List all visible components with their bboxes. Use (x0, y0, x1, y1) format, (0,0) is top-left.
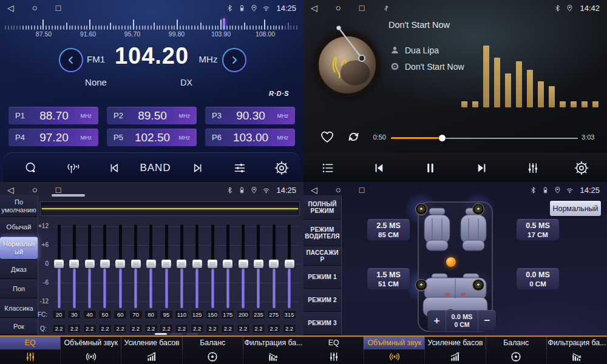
preset-button-p6[interactable]: P6103.00MHz (205, 129, 295, 146)
increase-button[interactable]: + (428, 311, 446, 331)
filter-icon[interactable] (546, 349, 607, 364)
band-slider-200hz[interactable] (237, 223, 249, 309)
nav-back-icon[interactable]: ◁ (311, 182, 317, 198)
nav-back-icon[interactable]: ◁ (7, 182, 14, 198)
band-slider-95hz[interactable] (160, 223, 172, 309)
band-button[interactable]: BAND (140, 162, 171, 174)
q-value[interactable]: 2.2 (144, 324, 158, 333)
fc-value-235[interactable]: 235 (252, 310, 265, 319)
slider-thumb[interactable] (208, 260, 217, 268)
fc-value-50[interactable]: 50 (98, 310, 112, 319)
repeat-button[interactable] (346, 129, 361, 144)
decrease-button[interactable]: − (478, 311, 496, 331)
side-item-6[interactable]: РЕЖИМ 3 (304, 312, 341, 335)
delay-rear-right[interactable]: 0.0 MS 0 CM (516, 268, 560, 290)
balance-icon[interactable] (182, 349, 243, 364)
q-value[interactable]: 2.2 (52, 324, 66, 333)
tab-5-label[interactable]: Фильтрация ба... (243, 337, 304, 349)
slider-thumb[interactable] (100, 260, 110, 268)
band-slider-235hz[interactable] (253, 223, 265, 309)
q-value[interactable]: 2.2 (129, 324, 143, 333)
slider-thumb[interactable] (285, 260, 294, 268)
fc-value-95[interactable]: 95 (160, 310, 173, 319)
side-item-2[interactable]: РЕЖИМ ВОДИТЕЛЯ (304, 220, 341, 246)
band-slider-70hz[interactable] (130, 223, 142, 309)
nav-home-icon[interactable]: ○ (32, 0, 38, 16)
filter-icon[interactable] (243, 349, 304, 364)
slider-thumb[interactable] (161, 260, 171, 268)
slider-thumb[interactable] (254, 260, 263, 268)
tab-3-label[interactable]: Усиление басов (121, 337, 181, 349)
progress-thumb[interactable] (439, 135, 446, 141)
band-slider-315hz[interactable] (283, 223, 296, 309)
side-item-5[interactable]: РЕЖИМ 2 (304, 289, 341, 312)
preset-button-p2[interactable]: P289.50MHz (107, 107, 197, 124)
tune-up-button[interactable] (222, 48, 246, 72)
slider-thumb[interactable] (192, 260, 202, 268)
q-value[interactable]: 2.2 (237, 324, 250, 333)
side-item-7[interactable]: Рок (0, 318, 38, 335)
favorite-button[interactable] (319, 129, 335, 144)
fc-value-80[interactable]: 80 (144, 310, 158, 319)
settings-gear-icon[interactable] (575, 161, 589, 175)
bass-boost-icon[interactable] (424, 349, 485, 364)
slider-thumb[interactable] (131, 260, 141, 268)
side-item-3[interactable]: Нормальный (0, 237, 38, 260)
delay-front-right[interactable]: 0.5 MS 17 CM (516, 219, 560, 241)
q-value[interactable]: 2.2 (67, 324, 81, 333)
fc-value-70[interactable]: 70 (129, 310, 143, 319)
tune-down-button[interactable] (59, 48, 83, 72)
nav-home-icon[interactable]: ○ (336, 182, 341, 198)
page-indicator[interactable] (171, 333, 183, 335)
band-slider-275hz[interactable] (268, 223, 280, 309)
slider-thumb[interactable] (85, 260, 95, 268)
next-track-icon[interactable] (475, 161, 489, 175)
band-slider-40hz[interactable] (84, 223, 96, 309)
next-station-icon[interactable] (191, 161, 205, 175)
bass-boost-icon[interactable] (121, 349, 181, 364)
delay-front-left[interactable]: 2.5 MS 85 CM (367, 219, 410, 241)
band-slider-20hz[interactable] (53, 223, 65, 309)
slider-thumb[interactable] (269, 260, 279, 268)
prev-station-icon[interactable] (107, 161, 121, 175)
slider-thumb[interactable] (115, 260, 125, 268)
band-slider-125hz[interactable] (191, 223, 203, 309)
slider-thumb[interactable] (223, 260, 232, 268)
eq-sliders-icon[interactable] (0, 349, 60, 364)
q-value[interactable]: 2.2 (252, 324, 265, 333)
speaker-rear-right[interactable] (472, 279, 484, 291)
surround-sound-icon[interactable] (364, 349, 424, 364)
fc-value-110[interactable]: 110 (175, 310, 188, 319)
playlist-icon[interactable] (321, 161, 335, 175)
nav-home-icon[interactable]: ○ (32, 182, 38, 198)
audio-sliders-icon[interactable] (233, 161, 247, 175)
balance-icon[interactable] (486, 349, 546, 364)
speaker-front-left[interactable] (415, 203, 427, 215)
q-value[interactable]: 2.2 (83, 324, 97, 333)
band-slider-110hz[interactable] (175, 223, 188, 309)
band-slider-30hz[interactable] (68, 223, 80, 309)
band-slider-80hz[interactable] (145, 223, 157, 309)
slider-thumb[interactable] (69, 260, 79, 268)
fc-value-175[interactable]: 175 (221, 310, 234, 319)
q-value[interactable]: 2.2 (98, 324, 112, 333)
preset-button-p5[interactable]: P5102.50MHz (107, 129, 197, 146)
preset-button-p4[interactable]: P497.20MHz (8, 129, 98, 146)
side-item-3[interactable]: ПАССАЖИР (304, 246, 341, 266)
side-item-1[interactable]: По умолчанию (0, 195, 38, 217)
speaker-front-right[interactable] (472, 203, 484, 215)
q-value[interactable]: 2.2 (191, 324, 204, 333)
fc-value-20[interactable]: 20 (52, 310, 66, 319)
settings-gear-icon[interactable] (275, 161, 289, 175)
fc-value-125[interactable]: 125 (191, 310, 204, 319)
fc-value-40[interactable]: 40 (83, 310, 97, 319)
band-slider-60hz[interactable] (114, 223, 126, 309)
q-value[interactable]: 2.2 (221, 324, 234, 333)
side-item-1[interactable]: ПОЛНЫЙ РЕЖИМ (304, 195, 341, 220)
nav-home-icon[interactable]: ○ (336, 0, 341, 16)
eq-vertical-icon[interactable] (526, 161, 540, 175)
fc-value-275[interactable]: 275 (267, 310, 280, 319)
tab-4-label[interactable]: Баланс (182, 337, 243, 349)
profile-button[interactable]: Нормальный (550, 201, 601, 216)
page-indicator[interactable] (186, 333, 198, 335)
